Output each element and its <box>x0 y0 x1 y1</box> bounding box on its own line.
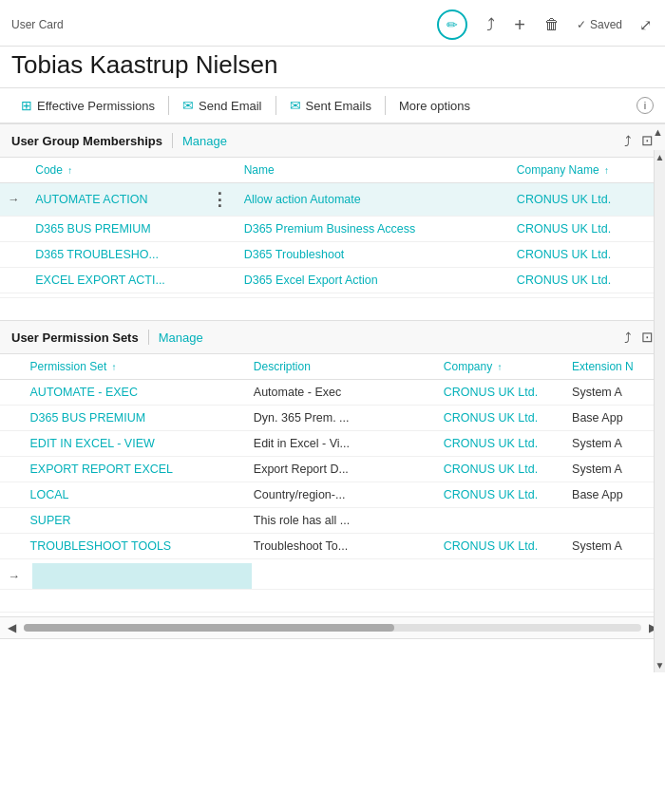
action-send-email[interactable]: ✉ Send Email <box>173 90 271 123</box>
prow-company-cell[interactable] <box>436 508 564 534</box>
row-name-cell[interactable]: D365 Troubleshoot <box>237 242 509 268</box>
top-toolbar: ✏ ⤴ + 🗑 ✓ Saved ⤢ <box>435 8 654 42</box>
row-name-cell[interactable]: D365 Excel Export Action <box>237 268 509 293</box>
th-name[interactable]: Name <box>237 158 509 183</box>
user-permission-sets-section: User Permission Sets Manage ⤴ ⊡ Permissi… <box>0 321 665 639</box>
prow-permission-set-cell[interactable]: SUPER <box>23 508 246 534</box>
delete-button[interactable]: 🗑 <box>542 14 561 35</box>
user-group-memberships-section: User Group Memberships Manage ⤴ ⊡ ▲ Code… <box>0 124 665 321</box>
row-context-menu-icon[interactable]: ⋮ <box>211 190 228 209</box>
scrollbar-up-button[interactable]: ▲ <box>654 150 665 164</box>
saved-button[interactable]: ✓ Saved <box>577 18 622 31</box>
th-company-name[interactable]: Company Name ↑ <box>509 158 665 183</box>
user-group-memberships-table: Code ↑ Name Company Name ↑ → <box>0 158 665 293</box>
user-permission-sets-manage[interactable]: Manage <box>159 330 203 345</box>
edit-icon: ✏ <box>446 17 458 32</box>
empty-cell-1 <box>0 590 665 613</box>
new-row-permission-set-cell[interactable] <box>32 563 253 590</box>
section-separator <box>172 133 173 148</box>
prow-description-cell: Troubleshoot To... <box>246 534 436 559</box>
row-name-cell[interactable]: Allow action Automate <box>237 183 509 217</box>
row-dots-cell[interactable] <box>203 242 237 268</box>
action-sent-emails[interactable]: ✉ Sent Emails <box>280 90 381 123</box>
add-button[interactable]: + <box>512 12 527 38</box>
row-code-cell[interactable]: AUTOMATE ACTION <box>28 183 203 217</box>
pth-extension[interactable]: Extension N <box>564 354 665 380</box>
row-code-cell[interactable]: EXCEL EXPORT ACTI... <box>28 268 203 293</box>
table-row[interactable]: D365 BUS PREMIUM D365 Premium Business A… <box>0 217 665 242</box>
permission-share-button[interactable]: ⤴ <box>624 329 632 346</box>
prow-permission-set-cell[interactable]: EXPORT REPORT EXCEL <box>23 457 246 482</box>
scroll-left-button[interactable]: ◀ <box>4 619 20 636</box>
prow-extension-cell: System A <box>564 457 665 482</box>
pth-permission-set[interactable]: Permission Set ↑ <box>23 354 246 380</box>
row-dots-cell[interactable]: ⋮ <box>203 183 237 217</box>
table-row[interactable]: → AUTOMATE ACTION ⋮ Allow action Automat… <box>0 183 665 217</box>
scroll-up-button[interactable]: ▲ <box>653 126 663 138</box>
action-separator-3 <box>385 96 386 115</box>
table-row[interactable]: TROUBLESHOOT TOOLS Troubleshoot To... CR… <box>0 534 665 559</box>
row-arrow-cell: → <box>0 183 28 217</box>
prow-permission-set-cell[interactable]: D365 BUS PREMIUM <box>23 406 246 431</box>
table-row[interactable]: AUTOMATE - EXEC Automate - Exec CRONUS U… <box>0 380 665 406</box>
table-row[interactable]: SUPER This role has all ... <box>0 508 665 534</box>
more-options-label: More options <box>399 99 470 113</box>
new-row-extension-cell <box>566 563 665 590</box>
new-permission-set-input[interactable] <box>40 570 245 583</box>
prow-company-cell[interactable]: CRONUS UK Ltd. <box>436 431 564 457</box>
table-row[interactable]: D365 TROUBLESHO... D365 Troubleshoot CRO… <box>0 242 665 268</box>
prow-company-cell[interactable]: CRONUS UK Ltd. <box>436 482 564 508</box>
section-expand-icon: ⊡ <box>641 132 654 148</box>
prow-permission-set-cell[interactable]: LOCAL <box>23 482 246 508</box>
row-code-cell[interactable]: D365 TROUBLESHO... <box>28 242 203 268</box>
section-expand-button[interactable]: ⊡ <box>641 132 654 149</box>
user-group-memberships-manage[interactable]: Manage <box>182 134 227 148</box>
prow-extension-cell <box>564 508 665 534</box>
pth-company[interactable]: Company ↑ <box>436 354 564 380</box>
table-row[interactable]: EXCEL EXPORT ACTI... D365 Excel Export A… <box>0 268 665 293</box>
table-row[interactable]: D365 BUS PREMIUM Dyn. 365 Prem. ... CRON… <box>0 406 665 431</box>
external-link-icon: ⤢ <box>639 16 652 34</box>
table-row[interactable]: LOCAL Country/region-... CRONUS UK Ltd. … <box>0 482 665 508</box>
user-group-memberships-table-wrapper: Code ↑ Name Company Name ↑ → <box>0 158 665 297</box>
new-row-arrow-cell: → <box>0 563 32 590</box>
scroll-track[interactable] <box>24 624 641 632</box>
pth-description[interactable]: Description <box>246 354 436 380</box>
scrollbar-down-icon: ▼ <box>656 660 665 670</box>
prow-company-cell[interactable]: CRONUS UK Ltd. <box>436 406 564 431</box>
row-code-cell[interactable]: D365 BUS PREMIUM <box>28 217 203 242</box>
action-more-options[interactable]: More options <box>390 91 480 123</box>
action-separator-1 <box>168 96 169 115</box>
row-company-cell[interactable]: CRONUS UK Ltd. <box>509 183 665 217</box>
row-arrow-icon: → <box>8 193 20 206</box>
row-company-cell[interactable]: CRONUS UK Ltd. <box>509 242 665 268</box>
up-arrow-icon: ▲ <box>653 126 663 138</box>
info-icon[interactable]: i <box>636 97 654 114</box>
action-effective-permissions[interactable]: ⊞ Effective Permissions <box>11 90 164 123</box>
prow-permission-set-cell[interactable]: AUTOMATE - EXEC <box>23 380 246 406</box>
share-button[interactable]: ⤴ <box>484 13 497 37</box>
row-name-cell[interactable]: D365 Premium Business Access <box>237 217 509 242</box>
new-row-table: → <box>0 563 665 613</box>
edit-button[interactable]: ✏ <box>435 8 469 42</box>
prow-arrow-cell <box>0 482 23 508</box>
prow-permission-set-cell[interactable]: TROUBLESHOOT TOOLS <box>23 534 246 559</box>
row-dots-cell[interactable] <box>203 217 237 242</box>
th-code[interactable]: Code ↑ <box>28 158 203 183</box>
table-row[interactable]: EXPORT REPORT EXCEL Export Report D... C… <box>0 457 665 482</box>
section-share-button[interactable]: ⤴ <box>624 132 632 149</box>
scroll-thumb <box>24 624 394 632</box>
row-company-cell[interactable]: CRONUS UK Ltd. <box>509 268 665 293</box>
scrollbar-down-button[interactable]: ▼ <box>654 658 665 672</box>
table-row[interactable]: EDIT IN EXCEL - VIEW Edit in Excel - Vi.… <box>0 431 665 457</box>
external-link-button[interactable]: ⤢ <box>637 14 654 36</box>
prow-company-cell[interactable]: CRONUS UK Ltd. <box>436 534 564 559</box>
prow-permission-set-cell[interactable]: EDIT IN EXCEL - VIEW <box>23 431 246 457</box>
prow-extension-cell: Base App <box>564 406 665 431</box>
prow-company-cell[interactable]: CRONUS UK Ltd. <box>436 457 564 482</box>
row-company-cell[interactable]: CRONUS UK Ltd. <box>509 217 665 242</box>
prow-company-cell[interactable]: CRONUS UK Ltd. <box>436 380 564 406</box>
row-dots-cell[interactable] <box>203 268 237 293</box>
prow-arrow-cell <box>0 508 23 534</box>
permission-expand-button[interactable]: ⊡ <box>641 329 654 346</box>
